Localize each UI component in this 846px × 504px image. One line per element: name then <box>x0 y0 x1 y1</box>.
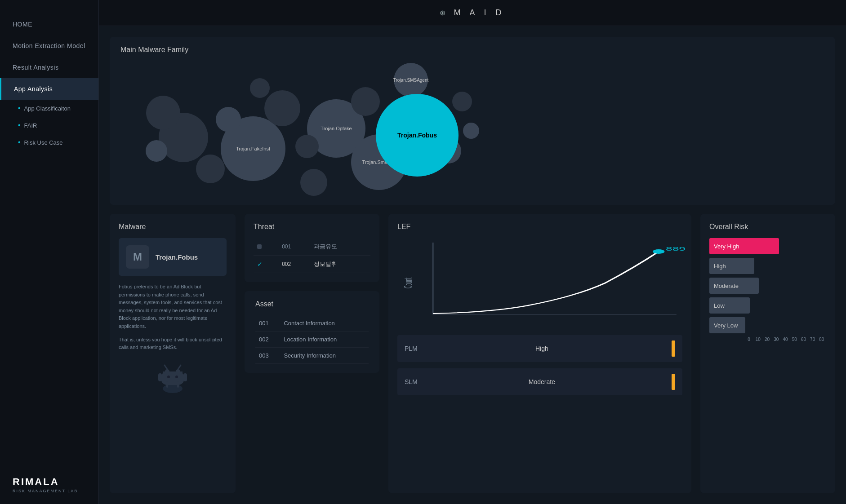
asset-id-1: 001 <box>255 315 280 332</box>
lef-title: LEF <box>397 223 682 231</box>
sidebar-item-home[interactable]: HOME <box>0 13 98 35</box>
sidebar-item-result[interactable]: Result Analysis <box>0 57 98 78</box>
lef-point-label: 889 <box>666 247 686 252</box>
bubble-sm-9 <box>351 87 380 116</box>
plm-slm-section: PLM High SLM Moderate <box>397 335 682 395</box>
asset-row-1[interactable]: 001 Contact Information <box>255 315 369 332</box>
asset-row-2[interactable]: 002 Location Information <box>255 332 369 348</box>
main-area: ⊕ M A I D Main Malware Family Trojan.Fak… <box>99 0 846 504</box>
plm-bar <box>672 340 675 357</box>
bubble-sm-10 <box>295 135 319 158</box>
slm-bar <box>672 374 675 390</box>
bubble-bg-4 <box>146 140 167 162</box>
plm-label: PLM <box>405 345 418 352</box>
axis-50: 50 <box>790 337 799 342</box>
sidebar-logo-area: RIMALA RISK MANAGEMENT LAB <box>0 465 98 504</box>
svg-text:Count: Count <box>402 278 414 288</box>
logo-sub-text: RISK MANAGEMENT LAB <box>13 489 86 493</box>
content-area: Main Malware Family Trojan.FakeInst <box>99 26 846 504</box>
malware-desc-1: Fobus pretends to be an Ad Block but per… <box>119 283 227 331</box>
globe-icon: ⊕ <box>440 9 449 17</box>
threat-row-2[interactable]: ✓ 002 정보탈취 <box>254 256 370 273</box>
risk-bar-fill-very-low: Very Low <box>709 317 745 333</box>
slm-row: SLM Moderate <box>397 368 682 395</box>
slm-label: SLM <box>405 378 418 385</box>
svg-line-6 <box>178 365 181 369</box>
app-title-text: M A I D <box>454 8 505 18</box>
asset-panel: Asset 001 Contact Information 002 Locati… <box>245 291 379 373</box>
svg-line-5 <box>165 365 167 369</box>
bubble-opfake-label: Trojan.Opfake <box>321 126 352 131</box>
threat-asset-column: Threat 001 과금유도 ✓ 002 정보탈취 <box>245 214 379 493</box>
sidebar: HOME Motion Extraction Model Result Anal… <box>0 0 99 504</box>
asset-row-3[interactable]: 003 Security Information <box>255 348 369 364</box>
risk-bar-fill-high: High <box>709 258 754 274</box>
axis-20: 20 <box>762 337 771 342</box>
risk-bar-moderate: Moderate <box>709 278 826 294</box>
axis-80: 80 <box>817 337 826 342</box>
bubble-sm-3 <box>250 78 270 98</box>
bubble-svg: Trojan.FakeInst Trojan.Opfake Trojan.Sms… <box>120 61 489 194</box>
risk-bar-very-high: Very High <box>709 238 826 254</box>
sidebar-nav: HOME Motion Extraction Model Result Anal… <box>0 0 98 160</box>
svg-point-12 <box>175 376 178 378</box>
malware-title: Malware <box>119 223 227 231</box>
asset-label-2: Location Information <box>280 332 369 348</box>
asset-id-3: 003 <box>255 348 280 364</box>
risk-bars: Very High High Moderate Low Very Low <box>709 238 826 333</box>
threat-table: 001 과금유도 ✓ 002 정보탈취 <box>254 238 370 273</box>
threat-inactive-icon <box>257 244 262 249</box>
bubble-bg-3 <box>196 155 225 183</box>
axis-30: 30 <box>772 337 781 342</box>
sidebar-item-motion[interactable]: Motion Extraction Model <box>0 35 98 57</box>
lef-chart: Count 889 <box>397 238 682 328</box>
bubble-bg-2 <box>146 96 180 130</box>
risk-bar-very-low: Very Low <box>709 317 826 333</box>
risk-bar-high: High <box>709 258 826 274</box>
svg-point-16 <box>653 249 664 254</box>
threat-active-icon: ✓ <box>257 261 263 268</box>
threat-row-1[interactable]: 001 과금유도 <box>254 238 370 256</box>
malware-desc-2: That is, unless you hope it will block u… <box>119 336 227 352</box>
threat-label-1: 과금유도 <box>310 238 370 256</box>
asset-title: Asset <box>255 300 369 308</box>
overall-risk-title: Overall Risk <box>709 223 826 231</box>
svg-rect-4 <box>163 371 183 382</box>
bubble-chart-container: Trojan.FakeInst Trojan.Opfake Trojan.Sms… <box>120 61 824 196</box>
asset-table: 001 Contact Information 002 Location Inf… <box>255 315 369 364</box>
sidebar-item-app-analysis[interactable]: App Analysis <box>0 78 98 100</box>
bubble-sm-4 <box>300 169 327 196</box>
risk-bar-low: Low <box>709 297 826 314</box>
topbar: ⊕ M A I D <box>99 0 846 26</box>
risk-bar-fill-moderate: Moderate <box>709 278 759 294</box>
threat-id-1: 001 <box>278 238 310 256</box>
bubble-chart-title: Main Malware Family <box>120 46 824 54</box>
axis-10: 10 <box>753 337 762 342</box>
asset-label-1: Contact Information <box>280 315 369 332</box>
lef-panel: LEF Count 889 <box>388 214 691 493</box>
app-title: ⊕ M A I D <box>99 8 846 18</box>
risk-axis: 0 10 20 30 40 50 60 70 80 <box>709 337 826 342</box>
bubble-sm-1 <box>264 90 300 126</box>
svg-rect-9 <box>158 373 162 381</box>
threat-id-2: 002 <box>278 256 310 273</box>
lef-svg: Count 889 <box>397 238 682 328</box>
asset-label-3: Security Information <box>280 348 369 364</box>
axis-40: 40 <box>781 337 790 342</box>
sidebar-sub-classification[interactable]: App Classificaiton <box>0 100 98 117</box>
bubble-sm-8 <box>463 123 479 139</box>
threat-panel: Threat 001 과금유도 ✓ 002 정보탈취 <box>245 214 379 282</box>
risk-bar-fill-low: Low <box>709 297 750 314</box>
sidebar-sub-fair[interactable]: FAIR <box>0 117 98 134</box>
malware-icon: M <box>126 245 149 269</box>
bubble-smsagent-label: Trojan.SMSAgent <box>393 78 429 83</box>
plm-row: PLM High <box>397 335 682 362</box>
logo-text: RIMALA <box>13 476 86 488</box>
bubble-fobus-label: Trojan.Fobus <box>397 132 437 139</box>
sidebar-sub-risk-use-case[interactable]: Risk Use Case <box>0 134 98 151</box>
bubble-sm-2 <box>216 107 241 132</box>
svg-rect-10 <box>183 373 187 381</box>
malware-card: M Trojan.Fobus <box>119 238 227 276</box>
bottom-row: Malware M Trojan.Fobus Fobus pretends to… <box>110 214 835 493</box>
axis-0: 0 <box>744 337 753 342</box>
